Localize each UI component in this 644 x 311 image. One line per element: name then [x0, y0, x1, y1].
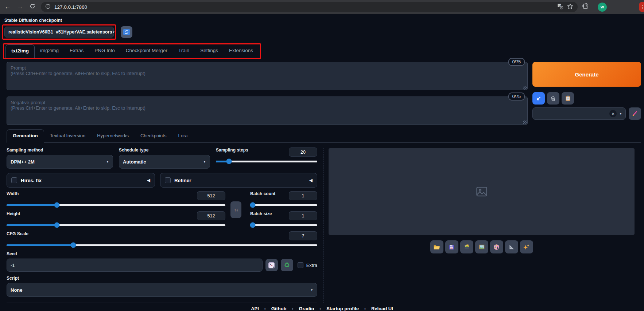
chevron-down-icon: ▼	[619, 112, 622, 115]
sampling-steps-label: Sampling steps	[216, 147, 248, 153]
hires-fix-label: Hires. fix	[21, 178, 42, 183]
open-folder-button[interactable]	[430, 240, 443, 253]
swap-dimensions-button[interactable]: ↑↓	[230, 201, 241, 218]
random-seed-button[interactable]	[265, 259, 278, 271]
script-label: Script	[7, 276, 317, 281]
bookmark-star-icon[interactable]	[567, 3, 573, 11]
save-image-button[interactable]	[445, 240, 458, 253]
output-gallery[interactable]	[329, 148, 635, 235]
translate-icon[interactable]: G	[557, 3, 563, 11]
footer-link-gradio[interactable]: Gradio	[299, 306, 314, 311]
refiner-checkbox[interactable]	[165, 177, 171, 183]
swap-arrows-icon: ↑↓	[234, 207, 238, 212]
batch-size-slider[interactable]	[250, 222, 317, 228]
extensions-puzzle-icon[interactable]	[582, 3, 589, 11]
batch-count-value[interactable]: 1	[289, 191, 317, 200]
seed-label: Seed	[7, 251, 317, 256]
subtab-hypernetworks[interactable]: Hypernetworks	[91, 130, 135, 142]
url-text[interactable]: 127.0.0.1:7860	[54, 4, 554, 10]
height-block: Height 512	[7, 211, 225, 228]
slider-thumb[interactable]	[54, 223, 60, 228]
main-tab-bar: txt2imgimg2imgExtrasPNG InfoCheckpoint M…	[4, 44, 260, 58]
clear-prompt-button[interactable]	[547, 92, 559, 105]
footer-link-api[interactable]: API	[251, 306, 259, 311]
schedule-type-block: Schedule type Automatic ▼	[119, 147, 210, 169]
tab-extras[interactable]: Extras	[64, 44, 89, 58]
sub-tab-bar: GenerationTextual InversionHypernetworks…	[7, 129, 641, 143]
refresh-checkpoint-button[interactable]	[121, 26, 132, 38]
resize-handle-icon[interactable]	[523, 121, 527, 124]
send-to-extras-button[interactable]	[505, 240, 518, 253]
negative-prompt-input[interactable]	[7, 97, 528, 125]
height-value[interactable]: 512	[197, 211, 225, 220]
slider-thumb[interactable]	[250, 223, 256, 228]
checkpoint-dropdown[interactable]: realisticVisionV60B1_v51HyperVAE.safeten…	[4, 27, 114, 38]
footer-link-github[interactable]: Github	[271, 306, 287, 311]
address-bar[interactable]: 127.0.0.1:7860 G	[41, 2, 578, 12]
apply-styles-button[interactable]	[562, 92, 574, 105]
extra-seed-checkbox[interactable]	[298, 262, 303, 268]
edit-styles-button[interactable]	[629, 107, 641, 120]
tab-train[interactable]: Train	[173, 44, 195, 58]
generate-button[interactable]: Generate	[532, 62, 641, 87]
profile-avatar[interactable]: w	[598, 3, 607, 12]
reload-icon[interactable]	[28, 3, 36, 11]
clear-styles-icon[interactable]: ✕	[609, 110, 617, 117]
prompt-input[interactable]	[7, 62, 528, 90]
footer-link-startup-profile[interactable]: Startup profile	[326, 306, 359, 311]
tab-extensions[interactable]: Extensions	[224, 44, 259, 58]
footer-bullet: •	[264, 307, 266, 311]
sampling-steps-value[interactable]: 20	[289, 147, 317, 157]
slider-thumb[interactable]	[54, 202, 60, 208]
save-zip-button[interactable]	[460, 240, 473, 253]
subtab-checkpoints[interactable]: Checkpoints	[135, 130, 172, 142]
hires-fix-accordion[interactable]: Hires. fix ◀	[7, 173, 155, 188]
tab-settings[interactable]: Settings	[195, 44, 224, 58]
seed-input[interactable]: -1	[7, 259, 263, 272]
forward-icon[interactable]: →	[16, 3, 24, 11]
schedule-type-dropdown[interactable]: Automatic ▼	[119, 155, 210, 169]
resize-handle-icon[interactable]	[523, 86, 527, 90]
browser-menu-icon[interactable]: ⋮	[639, 2, 644, 12]
prompt-block: 0/75	[7, 62, 528, 90]
tab-img2img[interactable]: img2img	[35, 44, 64, 58]
slider-thumb[interactable]	[250, 202, 256, 208]
refiner-accordion[interactable]: Refiner ◀	[160, 173, 317, 188]
styles-dropdown[interactable]: ✕ ▼	[532, 107, 626, 120]
height-slider[interactable]	[7, 222, 225, 228]
cfg-scale-value[interactable]: 7	[289, 231, 317, 240]
hires-fix-checkbox[interactable]	[11, 177, 17, 183]
tab-checkpoint-merger[interactable]: Checkpoint Merger	[120, 44, 173, 58]
subtab-lora[interactable]: Lora	[172, 130, 193, 142]
footer-link-reload-ui[interactable]: Reload UI	[371, 306, 393, 311]
collapse-arrow-icon[interactable]: ◀	[309, 178, 313, 183]
schedule-type-label: Schedule type	[119, 147, 210, 153]
send-to-inpaint-button[interactable]	[490, 240, 503, 253]
sampling-steps-slider[interactable]	[216, 158, 317, 164]
upscale-button[interactable]	[520, 240, 533, 253]
read-params-button[interactable]: ↙	[532, 92, 545, 105]
reuse-seed-button[interactable]: ♻	[281, 259, 293, 271]
cfg-scale-slider[interactable]	[7, 242, 317, 248]
site-info-icon[interactable]	[45, 4, 51, 11]
batch-size-value[interactable]: 1	[289, 211, 317, 220]
script-dropdown[interactable]: None ▼	[7, 283, 317, 297]
slider-thumb[interactable]	[71, 243, 76, 248]
cfg-scale-block: CFG Scale 7	[7, 231, 317, 248]
dice-icon	[268, 262, 275, 268]
width-slider[interactable]	[7, 202, 225, 208]
collapse-arrow-icon[interactable]: ◀	[147, 178, 150, 183]
back-icon[interactable]: ←	[4, 3, 12, 11]
tab-txt2img[interactable]: txt2img	[5, 44, 35, 58]
generation-settings-panel: Sampling method DPM++ 2M ▼ Schedule type…	[7, 147, 317, 303]
sampling-method-dropdown[interactable]: DPM++ 2M ▼	[7, 155, 113, 169]
batch-count-slider[interactable]	[250, 202, 317, 208]
clipboard-icon	[565, 95, 571, 101]
send-to-img2img-button[interactable]	[475, 240, 488, 253]
subtab-generation[interactable]: Generation	[7, 129, 44, 143]
width-value[interactable]: 512	[197, 191, 225, 200]
tab-png-info[interactable]: PNG Info	[89, 44, 120, 58]
subtab-textual-inversion[interactable]: Textual Inversion	[44, 130, 92, 142]
footer-links: API•Github•Gradio•Startup profile•Reload…	[0, 306, 644, 311]
slider-thumb[interactable]	[226, 159, 232, 164]
